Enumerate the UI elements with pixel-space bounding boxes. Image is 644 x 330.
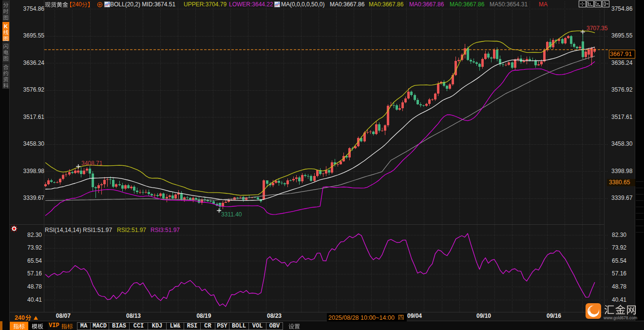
svg-text:K: K — [4, 23, 8, 29]
